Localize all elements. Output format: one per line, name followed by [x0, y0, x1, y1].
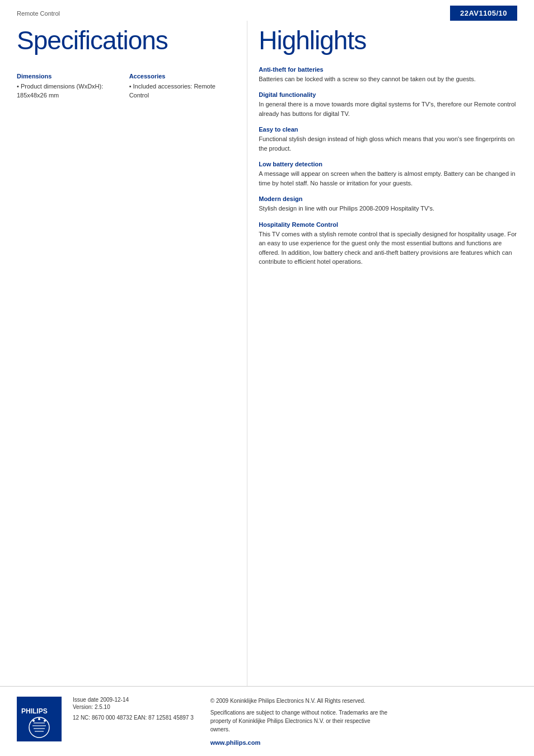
footer-version: Version: 2.5.10: [73, 704, 194, 710]
dimension-item: Product dimensions (WxDxH): 185x48x26 mm: [17, 82, 118, 100]
svg-point-7: [38, 718, 40, 720]
highlight-item: Anti-theft for batteriesBatteries can be…: [259, 66, 517, 84]
footer-website: www.philips.com: [210, 739, 390, 746]
footer-disclaimer: Specifications are subject to change wit…: [210, 708, 390, 734]
svg-point-9: [44, 720, 46, 722]
highlight-item: Digital functionalityIn general there is…: [259, 91, 517, 118]
highlight-item: Easy to cleanFunctional stylish design i…: [259, 126, 517, 153]
accessory-item: Included accessories: Remote Control: [129, 82, 231, 100]
highlight-text: Stylish design in line with our Philips …: [259, 204, 517, 213]
highlight-text: Batteries can be locked with a screw so …: [259, 74, 517, 84]
highlight-label: Digital functionality: [259, 91, 517, 98]
highlight-text: In general there is a move towards more …: [259, 100, 517, 118]
highlight-label: Low battery detection: [259, 161, 517, 167]
highlight-item: Low battery detectionA message will appe…: [259, 161, 517, 188]
highlight-text: Functional stylish design instead of hig…: [259, 134, 517, 153]
footer-copyright: © 2009 Koninklijke Philips Electronics N…: [210, 697, 390, 705]
footer-nc-ean: 12 NC: 8670 000 48732 EAN: 87 12581 4589…: [73, 715, 194, 721]
highlight-label: Modern design: [259, 195, 517, 202]
dimensions-content: Product dimensions (WxDxH): 185x48x26 mm: [17, 82, 118, 100]
highlight-label: Hospitality Remote Control: [259, 221, 517, 228]
header-label: Remote Control: [17, 10, 60, 17]
accessories-label: Accessories: [129, 73, 231, 80]
svg-text:PHILIPS: PHILIPS: [21, 707, 48, 715]
highlights-title: Highlights: [259, 26, 517, 55]
svg-point-8: [32, 720, 35, 722]
dimensions-label: Dimensions: [17, 73, 118, 80]
philips-logo: PHILIPS: [17, 697, 62, 741]
highlight-item: Modern designStylish design in line with…: [259, 195, 517, 213]
model-badge: 22AV1105/10: [450, 6, 517, 21]
highlight-label: Easy to clean: [259, 126, 517, 133]
highlight-text: This TV comes with a stylish remote cont…: [259, 230, 517, 267]
footer-issue-date: Issue date 2009-12-14: [73, 697, 194, 703]
highlight-text: A message will appear on screen when the…: [259, 169, 517, 188]
footer: PHILIPS Issue date 2009-12-14 Version: 2…: [0, 686, 534, 756]
highlight-item: Hospitality Remote ControlThis TV comes …: [259, 221, 517, 267]
specifications-title: Specifications: [17, 26, 230, 55]
accessories-content: Included accessories: Remote Control: [129, 82, 231, 100]
highlight-label: Anti-theft for batteries: [259, 66, 517, 73]
